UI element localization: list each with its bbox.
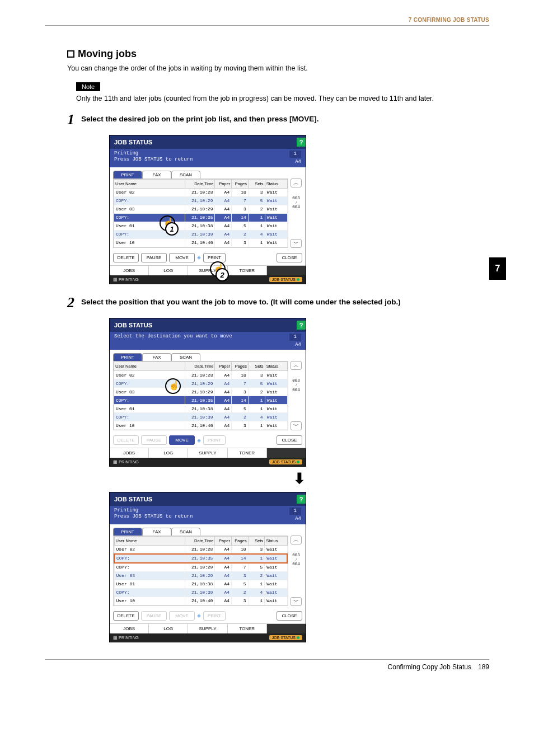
jobstatus-pill[interactable]: JOB STATUS — [269, 635, 302, 640]
table-row[interactable]: COPY:21,10:35A4141Wait — [114, 554, 287, 563]
delete-button[interactable]: DELETE — [113, 611, 139, 621]
table-row[interactable]: User 0221,10:28A4103Wait — [114, 371, 288, 379]
tab-fax[interactable]: FAX — [142, 171, 171, 179]
job-table-2: User Name Date,Time Paper Pages Sets Sta… — [114, 361, 288, 430]
paper-size-indicator: A4 — [295, 159, 301, 165]
table-row[interactable]: COPY:21,10:29A475Wait — [114, 563, 287, 572]
btab-supply[interactable]: SUPPLY — [188, 624, 227, 633]
close-button[interactable]: CLOSE — [277, 435, 302, 445]
pause-button[interactable]: PAUSE — [141, 253, 167, 262]
table-row[interactable]: COPY:21,10:29A475Wait — [114, 379, 288, 388]
table-row[interactable]: COPY:21,10:39A424Wait — [114, 230, 288, 238]
jobstatus-pill[interactable]: JOB STATUS — [269, 459, 302, 464]
table-row[interactable]: COPY:21,10:39A424Wait — [114, 588, 287, 597]
callout-2: 2 — [216, 268, 229, 281]
pause-button: PAUSE — [141, 611, 167, 621]
scroll-up-button[interactable]: ︿ — [291, 536, 302, 544]
panel-title: JOB STATUS — [114, 139, 152, 145]
job-table-3: User Name Date,Time Paper Pages Sets Sta… — [114, 536, 288, 605]
note-box: Note — [76, 81, 489, 91]
scroll-down-button[interactable]: ﹀ — [291, 239, 302, 248]
scroll-up-button[interactable]: ︿ — [291, 179, 302, 187]
btab-blank — [267, 266, 306, 275]
tab-fax[interactable]: FAX — [142, 353, 171, 361]
diamond-icon: ◈ — [197, 438, 201, 443]
move-button[interactable]: MOVE — [169, 435, 195, 445]
table-row[interactable]: COPY:21,10:39A424Wait — [114, 413, 288, 421]
delete-button: DELETE — [113, 435, 139, 445]
btab-log[interactable]: LOG — [149, 448, 188, 458]
btab-toner[interactable]: TONER — [228, 624, 267, 633]
btab-toner[interactable]: TONER — [228, 266, 267, 275]
job-table-1: User Name Date,Time Paper Pages Sets Sta… — [114, 179, 288, 247]
page-footer: Confirming Copy Job Status189 — [45, 663, 489, 671]
header-rule — [45, 25, 489, 26]
btab-log[interactable]: LOG — [149, 266, 188, 275]
scroll-down-button[interactable]: ﹀ — [291, 421, 302, 430]
counter-badge: 1 — [289, 508, 301, 515]
square-icon — [67, 50, 74, 58]
print-mini-button: PRINT — [203, 435, 226, 445]
th-paper: Paper — [215, 179, 232, 188]
table-row[interactable]: User 0121,10:38A451Wait — [114, 405, 288, 413]
step-2: 2 Select the position that you want the … — [67, 295, 489, 310]
btab-log[interactable]: LOG — [149, 624, 188, 633]
tab-print[interactable]: PRINT — [113, 171, 142, 179]
tab-scan[interactable]: SCAN — [171, 353, 200, 361]
chapter-side-tab: 7 — [489, 257, 506, 280]
table-row[interactable]: User 1021,10:40A431Wait — [114, 421, 288, 430]
jobstatus-pill[interactable]: JOB STATUS — [269, 277, 302, 282]
table-row[interactable]: User 0321,10:29A432Wait — [114, 388, 288, 396]
print-mini-button[interactable]: PRINT — [203, 253, 226, 262]
help-icon[interactable]: ? — [297, 495, 306, 504]
note-text: Only the 11th and later jobs (counted fr… — [76, 95, 489, 102]
table-row[interactable]: User 0121,10:38A451Wait — [114, 222, 288, 230]
table-row[interactable]: User 1021,10:40A431Wait — [114, 597, 287, 605]
table-row[interactable]: User 0321,10:29A432Wait — [114, 571, 287, 580]
panel-3: JOB STATUS ? Printing Press JOB STATUS t… — [109, 492, 306, 642]
help-icon[interactable]: ? — [297, 138, 306, 147]
print-mini-button: PRINT — [203, 611, 226, 621]
btab-jobs[interactable]: JOBS — [110, 266, 149, 275]
th-dt: Date,Time — [185, 179, 215, 188]
pointer-icon: ☝ — [165, 378, 181, 394]
scroll-indicator: 003⁄004 — [292, 546, 300, 595]
close-button[interactable]: CLOSE — [277, 253, 302, 262]
th-sets: Sets — [248, 179, 265, 188]
panel-1: JOB STATUS ? Printing Press JOB STATUS t… — [109, 135, 306, 284]
table-row[interactable]: User 0221,10:28A4103Wait — [114, 545, 287, 554]
footer-printing: ▦ PRINTING — [113, 459, 139, 464]
scroll-down-button[interactable]: ﹀ — [291, 597, 302, 606]
move-button[interactable]: MOVE — [169, 253, 195, 262]
tab-scan[interactable]: SCAN — [171, 528, 200, 536]
tab-print[interactable]: PRINT — [113, 528, 142, 536]
table-row[interactable]: COPY:21,10:35A4141Wait — [114, 396, 288, 405]
table-row[interactable]: User 0221,10:28A4103Wait — [114, 188, 288, 196]
table-row[interactable]: User 1021,10:40A431Wait — [114, 238, 288, 247]
btab-supply[interactable]: SUPPLY — [188, 448, 227, 458]
btab-blank — [267, 448, 306, 458]
table-row[interactable]: User 0121,10:38A451Wait — [114, 580, 287, 588]
diamond-icon: ◈ — [197, 255, 201, 260]
btab-jobs[interactable]: JOBS — [110, 448, 149, 458]
running-head: 7 CONFIRMING JOB STATUS — [45, 17, 489, 23]
help-icon[interactable]: ? — [297, 321, 306, 330]
tab-fax[interactable]: FAX — [142, 528, 171, 536]
th-pages: Pages — [232, 179, 249, 188]
paper-size-indicator: A4 — [295, 342, 301, 348]
tab-print[interactable]: PRINT — [113, 353, 142, 361]
move-button: MOVE — [169, 611, 195, 621]
table-row[interactable]: COPY:21,10:35A4141Wait — [114, 213, 288, 222]
btab-toner[interactable]: TONER — [228, 448, 267, 458]
table-row[interactable]: COPY:21,10:29A475Wait — [114, 196, 288, 205]
step-2-number: 2 — [67, 295, 74, 310]
panel-2: JOB STATUS ? Select the destination you … — [109, 318, 306, 467]
step-1-number: 1 — [67, 112, 74, 127]
delete-button[interactable]: DELETE — [113, 253, 139, 262]
tab-scan[interactable]: SCAN — [171, 171, 200, 179]
table-row[interactable]: User 0321,10:29A432Wait — [114, 205, 288, 213]
close-button[interactable]: CLOSE — [277, 611, 302, 621]
footer-printing: ▦ PRINTING — [113, 277, 139, 282]
scroll-up-button[interactable]: ︿ — [291, 361, 302, 370]
btab-jobs[interactable]: JOBS — [110, 624, 149, 633]
